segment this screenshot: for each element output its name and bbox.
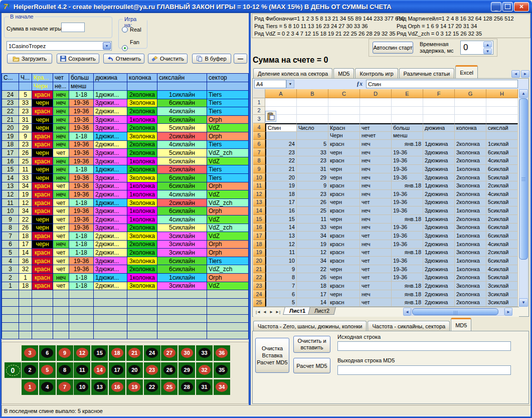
excel-cell-D1[interactable] <box>360 98 392 107</box>
excel-cell-F16[interactable]: 3дюжина <box>423 224 455 232</box>
excel-cell-C6[interactable]: красн <box>328 140 360 148</box>
excel-cell-B22[interactable]: 26 <box>297 273 328 282</box>
excel-cell-H16[interactable]: 6сиклай <box>486 224 518 232</box>
tab-next-icon[interactable]: ► <box>521 70 529 78</box>
excel-cell-F23[interactable]: 2дюжина <box>423 282 455 290</box>
excel-cell-F9[interactable]: 3дюжина <box>423 165 455 173</box>
excel-cell-H9[interactable]: 6сиклай <box>486 165 518 173</box>
minimize-button[interactable]: _ <box>491 2 501 12</box>
roulette-cell-34[interactable]: 34 <box>214 379 230 395</box>
excel-cell-F4[interactable]: дюжина <box>423 123 455 132</box>
roulette-cell-4[interactable]: 4 <box>39 379 56 395</box>
excel-cell-G8[interactable]: 2колонка <box>455 156 486 165</box>
excel-cell-C21[interactable]: черн <box>328 265 360 274</box>
excel-cell-E24[interactable]: янв.18 <box>392 290 423 299</box>
excel-cell-H17[interactable]: 6сиклай <box>486 232 518 240</box>
excel-cell-D12[interactable]: неч <box>360 190 392 198</box>
excel-cell-C23[interactable]: красн <box>328 282 360 290</box>
excel-cell-H20[interactable]: 6сиклай <box>486 257 518 265</box>
excel-cell-E23[interactable]: янв.18 <box>392 282 423 290</box>
excel-cell-A17[interactable]: 13 <box>265 232 297 240</box>
excel-cell-D5[interactable]: нечет <box>360 132 392 140</box>
roulette-cell-27[interactable]: 27 <box>161 345 178 361</box>
row-header-10[interactable]: 10 <box>253 173 265 182</box>
excel-cell-B18[interactable]: 19 <box>297 240 328 249</box>
tab-различные-статьи[interactable]: Различные статьи <box>399 68 455 78</box>
name-box-dropdown-icon[interactable]: ▼ <box>286 80 294 88</box>
roulette-cell-24[interactable]: 24 <box>144 345 160 361</box>
excel-cell-A18[interactable]: 12 <box>265 240 297 249</box>
excel-cell-E14[interactable]: 19-36 <box>392 206 423 215</box>
excel-cell-G24[interactable]: 2колонка <box>455 290 486 299</box>
row-header-20[interactable]: 20 <box>253 257 265 265</box>
column-header-B[interactable]: B <box>297 89 328 98</box>
excel-cell-B14[interactable]: 25 <box>297 206 328 215</box>
excel-cell-F18[interactable]: 2дюжина <box>423 240 455 249</box>
excel-cell-H10[interactable]: 5сиклай <box>486 173 518 182</box>
excel-cell-B20[interactable]: 34 <box>297 257 328 265</box>
sheet-nav-prev-icon[interactable]: ◄ <box>262 308 268 315</box>
excel-cell-C12[interactable]: красн <box>328 190 360 198</box>
excel-cell-A12[interactable]: 18 <box>265 190 297 198</box>
excel-cell-H5[interactable] <box>486 132 518 140</box>
excel-cell-D4[interactable]: чет <box>360 123 392 132</box>
roulette-cell-1[interactable]: 1 <box>22 379 38 395</box>
excel-cell-B21[interactable]: 22 <box>297 265 328 274</box>
excel-cell-C15[interactable]: черн <box>328 215 360 224</box>
roulette-cell-18[interactable]: 18 <box>109 345 125 361</box>
tab-prev-icon[interactable]: ◄ <box>511 70 520 78</box>
excel-cell-A14[interactable]: 16 <box>265 206 297 215</box>
excel-cell-F13[interactable]: 3дюжина <box>423 198 455 207</box>
column-header-H[interactable]: H <box>486 89 518 98</box>
excel-cell-E6[interactable]: янв.18 <box>392 140 423 148</box>
row-header-6[interactable]: 6 <box>253 140 265 148</box>
row-header-2[interactable]: 2 <box>253 107 265 115</box>
roulette-cell-16[interactable]: 16 <box>109 379 125 395</box>
excel-cell-F3[interactable] <box>423 115 455 123</box>
roulette-cell-19[interactable]: 19 <box>126 379 143 395</box>
excel-cell-D21[interactable]: чет <box>360 265 392 274</box>
excel-cell-G15[interactable]: 2колонка <box>455 215 486 224</box>
roulette-cell-28[interactable]: 28 <box>179 379 195 395</box>
excel-cell-D16[interactable]: неч <box>360 224 392 232</box>
excel-cell-B8[interactable]: 23 <box>297 156 328 165</box>
roulette-cell-7[interactable]: 7 <box>57 379 73 395</box>
excel-cell-G13[interactable]: 2колонка <box>455 198 486 207</box>
excel-cell-F8[interactable]: 2дюжина <box>423 156 455 165</box>
excel-cell-F1[interactable] <box>423 98 455 107</box>
excel-cell-F2[interactable] <box>423 107 455 115</box>
excel-cell-D25[interactable]: чет <box>360 298 392 307</box>
load-button[interactable]: Загрузить <box>7 54 52 64</box>
excel-cell-C7[interactable]: черн <box>328 148 360 157</box>
column-header-A[interactable]: A <box>265 89 297 98</box>
excel-cell-E25[interactable]: янв.18 <box>392 298 423 307</box>
roulette-cell-30[interactable]: 30 <box>179 345 195 361</box>
column-header-E[interactable]: E <box>392 89 423 98</box>
autospin-start-button[interactable]: Автоспин старт <box>373 42 413 54</box>
excel-cell-A7[interactable]: 23 <box>265 148 297 157</box>
excel-cell-H4[interactable]: сикслай <box>486 123 518 132</box>
excel-cell-A9[interactable]: 21 <box>265 165 297 173</box>
sheet-tab-лист1[interactable]: Лист1 <box>283 307 312 315</box>
roulette-cell-20[interactable]: 20 <box>126 362 143 378</box>
excel-cell-E21[interactable]: 19-36 <box>392 265 423 274</box>
roulette-cell-10[interactable]: 10 <box>74 379 90 395</box>
excel-cell-A15[interactable]: 15 <box>265 215 297 224</box>
excel-cell-C18[interactable]: красн <box>328 240 360 249</box>
excel-cell-D20[interactable]: чет <box>360 257 392 265</box>
excel-cell-D10[interactable]: неч <box>360 173 392 182</box>
excel-cell-F20[interactable]: 3дюжина <box>423 257 455 265</box>
excel-cell-E20[interactable]: 19-36 <box>392 257 423 265</box>
excel-cell-C2[interactable] <box>328 107 360 115</box>
excel-cell-D22[interactable]: чет <box>360 273 392 282</box>
excel-cell-E9[interactable]: 19-36 <box>392 165 423 173</box>
tab-md5[interactable]: MD5 <box>451 318 471 331</box>
excel-cell-C16[interactable]: черн <box>328 224 360 232</box>
casino-dropdown[interactable]: 1CasinoTropez ▼ <box>7 41 112 51</box>
excel-cell-D2[interactable] <box>360 107 392 115</box>
excel-cell-C3[interactable] <box>328 115 360 123</box>
clear-paste-calc-button[interactable]: ОчисткаВставкаРасчет MD5 <box>255 338 289 373</box>
excel-cell-G2[interactable] <box>455 107 486 115</box>
excel-cell-D13[interactable]: чет <box>360 198 392 207</box>
roulette-cell-0[interactable]: 0 <box>5 362 21 378</box>
